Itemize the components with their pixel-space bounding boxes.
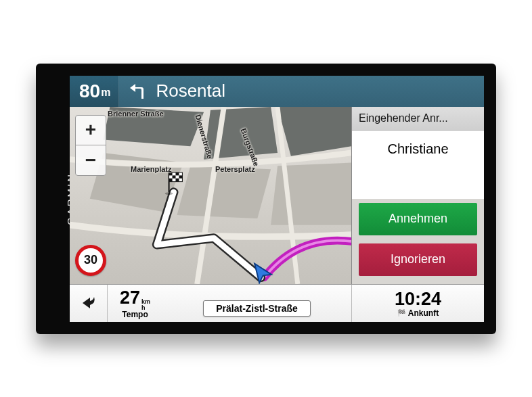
street-label: Petersplatz <box>215 165 255 173</box>
svg-rect-10 <box>173 175 176 178</box>
speed-value: 27 <box>120 287 140 308</box>
zoom-control: + − <box>75 115 106 176</box>
svg-rect-11 <box>179 175 182 178</box>
street-label: Brienner Straße <box>108 110 164 118</box>
back-arrow-icon <box>79 294 98 312</box>
ignore-call-button[interactable]: Ignorieren <box>359 243 477 276</box>
svg-rect-9 <box>175 172 179 175</box>
zoom-out-button[interactable]: − <box>76 145 106 175</box>
svg-marker-2 <box>278 107 351 156</box>
screen: 80 m Rosental <box>70 76 484 322</box>
street-label: Marienplatz <box>131 165 172 173</box>
distance-unit: m <box>101 87 110 99</box>
map-view[interactable]: Brienner Straße Dienerstraße Burgstraße … <box>70 107 351 284</box>
arrival-display[interactable]: 10:24 🏁 Ankunft <box>351 285 484 322</box>
caller-name: Christiane <box>352 131 484 199</box>
speed-display[interactable]: 27 km h Tempo <box>108 285 162 322</box>
svg-point-14 <box>165 192 173 195</box>
zoom-in-button[interactable]: + <box>76 116 106 145</box>
accept-call-button[interactable]: Annehmen <box>359 203 477 235</box>
arrival-time: 10:24 <box>395 289 441 310</box>
checkered-flag-icon: 🏁 <box>397 309 405 317</box>
next-street: Rosental <box>156 80 225 101</box>
current-street-area: Prälat-Zistl-Straße <box>162 285 351 322</box>
content-area: Brienner Straße Dienerstraße Burgstraße … <box>70 107 484 284</box>
call-header: Eingehender Anr... <box>352 107 484 131</box>
map-canvas <box>70 107 351 284</box>
svg-rect-13 <box>175 178 179 181</box>
svg-rect-12 <box>169 178 173 181</box>
distance-to-turn[interactable]: 80 m <box>70 76 119 107</box>
current-street[interactable]: Prälat-Zistl-Straße <box>203 300 311 317</box>
nav-topbar[interactable]: 80 m Rosental <box>70 76 484 107</box>
back-button[interactable] <box>70 285 108 322</box>
distance-value: 80 <box>79 76 100 107</box>
svg-marker-4 <box>177 166 271 218</box>
turn-left-icon <box>129 81 149 101</box>
bottom-bar: 27 km h Tempo Prälat-Zistl-Straße 10:24 … <box>70 284 484 322</box>
gps-device-frame: GARMIN 80 m Rosental <box>36 64 496 334</box>
speed-limit-sign: 30 <box>75 245 106 276</box>
arrival-label: 🏁 Ankunft <box>397 308 439 318</box>
speed-label: Tempo <box>122 310 148 319</box>
speed-limit-value: 30 <box>84 253 97 267</box>
incoming-call-panel: Eingehender Anr... Christiane Annehmen I… <box>351 107 484 284</box>
